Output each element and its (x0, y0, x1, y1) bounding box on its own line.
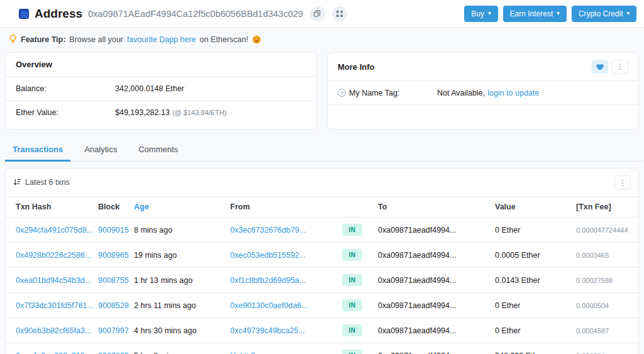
balance-label: Balance: (16, 84, 115, 93)
to-address: 0xa09871aeadf4994... (373, 268, 490, 293)
txn-age: 8 mins ago (129, 218, 225, 243)
from-address-link[interactable]: 0xf1c8bfb2d69d95a... (230, 276, 306, 285)
txn-fee: 0.0004587 (571, 318, 638, 343)
from-address-link[interactable]: 0xe90130c0aef0da6... (230, 301, 308, 310)
eth-rate-note: (@ $143.84/ETH) (172, 109, 226, 116)
copy-address-button[interactable] (310, 6, 325, 21)
block-link[interactable]: 9007863 (98, 351, 129, 354)
to-address: 0xa09871aeadf4994... (373, 243, 490, 268)
block-link[interactable]: 9009015 (98, 226, 129, 235)
feature-tip-label: Feature Tip: (21, 35, 65, 44)
txn-age: 4 hrs 30 mins ago (129, 318, 225, 343)
feature-tip-banner: Feature Tip: Browse all your favourite D… (0, 28, 644, 50)
more-info-spacer (328, 105, 638, 129)
txn-value: 342,000 Ether (490, 343, 571, 354)
txn-value: 0.0143 Ether (490, 268, 571, 293)
page-title: Address (35, 7, 82, 21)
favorite-button[interactable] (592, 60, 608, 74)
kebab-menu-icon: ⋮ (616, 62, 624, 71)
transactions-menu-button[interactable]: ⋮ (614, 175, 631, 190)
balance-value: 342,000.0148 Ether (115, 84, 184, 93)
tab-transactions[interactable]: Transactions (5, 138, 70, 162)
block-link[interactable]: 9008965 (98, 251, 129, 260)
ether-value-row: Ether Value: $49,193,282.13 (@ $143.84/E… (6, 101, 316, 124)
lightbulb-icon (9, 35, 17, 44)
txn-value: 0 Ether (490, 293, 571, 318)
transactions-card: Latest 6 txns ⋮ Txn Hash Block Age From … (5, 168, 639, 354)
copy-icon (314, 10, 321, 17)
qr-code-button[interactable] (332, 6, 347, 21)
to-address: 0xa09871aeadf4994... (373, 293, 490, 318)
col-header-direction (337, 197, 373, 218)
crypto-credit-button[interactable]: Crypto Credit▾ (572, 6, 636, 22)
more-info-card: More Info ⋮ ? My Name Tag: Not Available… (327, 52, 639, 130)
address-identicon-icon (19, 9, 29, 19)
transactions-table: Txn Hash Block Age From To Value [Txn Fe… (6, 196, 638, 354)
kebab-menu-icon: ⋮ (619, 178, 627, 187)
txn-age: 2 hrs 11 mins ago (129, 293, 225, 318)
address-value: 0xa09871AEadF4994Ca12f5c0b6056BBd1d343c0… (88, 9, 303, 19)
txn-hash-link[interactable]: 0xea01bd94c54b3d... (16, 276, 91, 285)
col-header-age[interactable]: Age (129, 197, 225, 218)
txn-row: 0x90eb3b82cf65fa3... 9007997 4 hrs 30 mi… (6, 318, 638, 343)
block-link[interactable]: 9008755 (98, 276, 129, 285)
tab-comments[interactable]: Comments (131, 138, 186, 162)
txn-hash-link[interactable]: 0x4928b0226c2586... (16, 251, 91, 260)
txn-row: 0x294cfa491c075d8... 9009015 8 mins ago … (6, 218, 638, 243)
to-address: 0xa09871aeadf4994... (373, 318, 490, 343)
tab-analytics[interactable]: Analytics (77, 138, 125, 162)
txn-fee: 0.00027588 (571, 268, 638, 293)
txn-row: 0xea01bd94c54b3d... 9008755 1 hr 13 mins… (6, 268, 638, 293)
balance-row: Balance: 342,000.0148 Ether (6, 77, 316, 101)
from-address-link[interactable]: 0x3ec6732676db79... (230, 226, 306, 235)
to-address: 0xa09871aeadf4994... (373, 218, 490, 243)
txn-count-summary: Latest 6 txns (25, 178, 70, 187)
txn-value: 0 Ether (490, 318, 571, 343)
overview-card-title: Overview (16, 60, 52, 69)
direction-in-badge: IN (342, 224, 362, 236)
txn-row: 0x4928b0226c2586... 9008965 19 mins ago … (6, 243, 638, 268)
to-address: 0xa09871aeadf4994... (373, 343, 490, 354)
chevron-down-icon: ▾ (557, 11, 560, 16)
col-header-from: From (225, 197, 337, 218)
block-link[interactable]: 9007997 (98, 326, 129, 335)
ether-value-label: Ether Value: (16, 108, 115, 117)
from-address-link[interactable]: Upbit 3 (230, 351, 255, 354)
heart-eyes-emoji-icon (252, 35, 261, 44)
txn-row: 0xca4e0aa223e319... 9007863 5 hrs 8 mins… (6, 343, 638, 354)
favourite-dapp-link[interactable]: favourite Dapp here (127, 35, 196, 44)
txn-hash-link[interactable]: 0xca4e0aa223e319... (16, 351, 91, 354)
ether-value: $49,193,282.13 (115, 108, 170, 117)
earn-interest-button[interactable]: Earn Interest▾ (503, 6, 567, 22)
txn-fee: 0.000047724444 (571, 218, 638, 243)
sort-icon (13, 179, 21, 186)
col-header-to: To (373, 197, 490, 218)
txn-fee: 0.021004 (571, 343, 638, 354)
txn-age: 5 hrs 8 mins ago (129, 343, 225, 354)
txn-age: 1 hr 13 mins ago (129, 268, 225, 293)
name-tag-row: ? My Name Tag: Not Available, login to u… (328, 81, 638, 105)
col-header-txn-fee: [Txn Fee] (571, 197, 638, 218)
login-to-update-link[interactable]: login to update (487, 89, 539, 97)
txn-hash-link[interactable]: 0x294cfa491c075d8... (16, 226, 93, 235)
page-header: Address 0xa09871AEadF4994Ca12f5c0b6056BB… (0, 0, 644, 28)
direction-in-badge: IN (342, 274, 362, 286)
col-header-txn-hash: Txn Hash (6, 197, 93, 218)
name-tag-label: My Name Tag: (349, 89, 399, 97)
direction-in-badge: IN (342, 249, 362, 261)
txn-hash-link[interactable]: 0x90eb3b82cf65fa3... (16, 326, 91, 335)
overview-card: Overview Balance: 342,000.0148 Ether Eth… (5, 52, 317, 130)
from-address-link[interactable]: 0xec053edb515592... (230, 251, 306, 260)
address-tabs: Transactions Analytics Comments (0, 138, 644, 162)
table-header-row: Txn Hash Block Age From To Value [Txn Fe… (6, 197, 638, 218)
txn-row: 0x7f33dc301fd5f761... 9008529 2 hrs 11 m… (6, 293, 638, 318)
buy-button[interactable]: Buy▾ (464, 6, 497, 22)
txn-hash-link[interactable]: 0x7f33dc301fd5f761... (16, 301, 93, 310)
col-header-value: Value (490, 197, 571, 218)
feature-tip-text: Browse all your (69, 35, 123, 44)
more-info-menu-button[interactable]: ⋮ (612, 60, 628, 74)
col-header-block: Block (93, 197, 129, 218)
block-link[interactable]: 9008529 (98, 301, 129, 310)
chevron-down-icon: ▾ (626, 11, 630, 16)
from-address-link[interactable]: 0xc49739c49bca25... (230, 326, 305, 335)
